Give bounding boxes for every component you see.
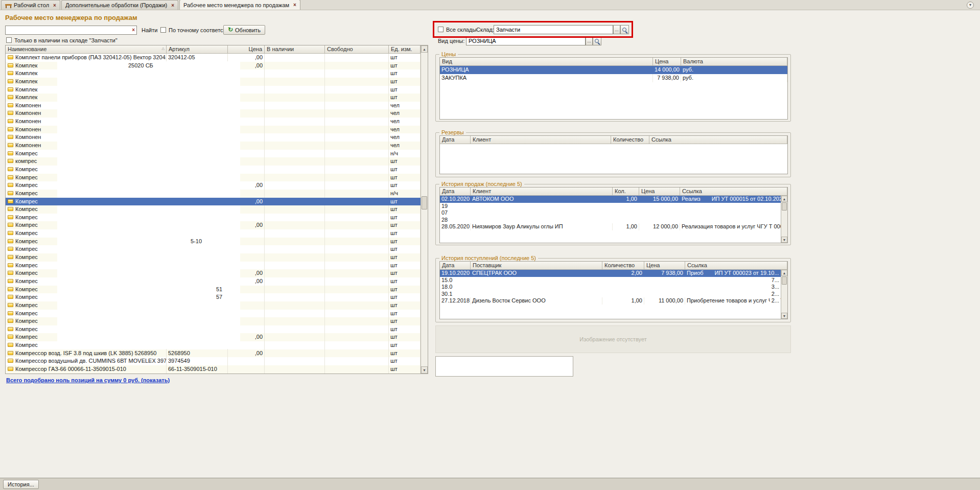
cell-free[interactable]: [325, 357, 389, 365]
cell-in-stock[interactable]: [265, 126, 325, 134]
column-header-date[interactable]: Дата: [440, 136, 471, 144]
cell-free[interactable]: [325, 286, 389, 294]
cell-unit[interactable]: шт: [389, 69, 421, 78]
cell-in-stock[interactable]: [265, 157, 325, 166]
cell-free[interactable]: [325, 142, 389, 150]
cell-unit[interactable]: шт: [389, 349, 421, 358]
column-header-client[interactable]: Клиент: [471, 188, 613, 196]
cell-in-stock[interactable]: [265, 198, 325, 206]
table-row[interactable]: ЗАКУПКА7 938,00руб.: [440, 74, 787, 82]
table-row[interactable]: Компрес,00шт: [6, 198, 421, 206]
cell-link[interactable]: [680, 209, 787, 217]
cell-free[interactable]: [325, 150, 389, 158]
cell-date[interactable]: 19: [440, 203, 471, 210]
refresh-button[interactable]: ↻ Обновить: [223, 25, 265, 35]
cell-in-stock[interactable]: [265, 341, 325, 349]
close-icon[interactable]: ×: [53, 3, 56, 8]
cell-free[interactable]: [325, 245, 389, 253]
column-header-supplier[interactable]: Поставщик: [471, 262, 602, 270]
cell-in-stock[interactable]: [265, 238, 325, 246]
cell-price[interactable]: [639, 203, 680, 210]
cell-name[interactable]: Комплект панели приборов (ПАЗ 320412-05)…: [6, 54, 167, 62]
cell-in-stock[interactable]: [265, 277, 325, 286]
cell-free[interactable]: [325, 190, 389, 198]
column-header-price[interactable]: Цена: [653, 58, 681, 66]
cell-link[interactable]: Реализация товаров и услуг ЧГУ Т 000002 …: [680, 223, 787, 230]
cell-in-stock[interactable]: [265, 94, 325, 102]
cell-unit[interactable]: шт: [389, 78, 421, 86]
column-header-date[interactable]: Дата: [440, 188, 471, 196]
cell-date[interactable]: 28: [440, 217, 471, 224]
cell-in-stock[interactable]: [265, 262, 325, 270]
cell-in-stock[interactable]: [265, 365, 325, 374]
cell-article[interactable]: 5268950: [167, 349, 228, 358]
cell-free[interactable]: [325, 325, 389, 334]
table-row[interactable]: 30.12...: [440, 291, 787, 298]
close-icon[interactable]: ×: [171, 3, 174, 8]
column-header-name[interactable]: Наименование△: [6, 45, 167, 54]
cell-in-stock[interactable]: [265, 333, 325, 341]
cell-free[interactable]: [325, 301, 389, 310]
cell-date[interactable]: 07: [440, 209, 471, 217]
cell-in-stock[interactable]: [265, 78, 325, 86]
cell-price[interactable]: 7 938,00: [653, 74, 681, 82]
table-row[interactable]: РОЗНИЦА14 000,00руб.: [440, 66, 787, 74]
cell-qty[interactable]: 1,00: [613, 223, 639, 230]
cell-in-stock[interactable]: [265, 349, 325, 358]
cell-price[interactable]: [639, 217, 680, 224]
cell-unit[interactable]: шт: [389, 62, 421, 70]
column-header-link[interactable]: Ссылка: [649, 136, 787, 144]
scroll-down-icon[interactable]: ▼: [781, 313, 787, 319]
cell-unit[interactable]: шт: [389, 286, 421, 294]
cell-link[interactable]: РеализИП УТ 000015 от 02.10.2020 15...: [680, 196, 787, 203]
cell-in-stock[interactable]: [265, 205, 325, 214]
cell-price[interactable]: ,00: [228, 54, 265, 62]
cell-unit[interactable]: шт: [389, 262, 421, 270]
cell-unit[interactable]: шт: [389, 365, 421, 374]
cell-client[interactable]: [471, 291, 602, 298]
cell-unit[interactable]: н/ч: [389, 150, 421, 158]
scroll-up-icon[interactable]: ▲: [781, 196, 787, 202]
scroll-down-icon[interactable]: ▼: [421, 366, 428, 374]
cell-client[interactable]: [471, 277, 602, 284]
cell-qty[interactable]: [613, 217, 639, 224]
cell-in-stock[interactable]: [265, 286, 325, 294]
all-warehouses-checkbox[interactable]: [438, 27, 444, 32]
cell-price[interactable]: [639, 209, 680, 217]
purchases-scrollbar[interactable]: ▲ ▼: [781, 270, 787, 319]
cell-in-stock[interactable]: [265, 150, 325, 158]
tab-sales-manager-workplace[interactable]: Рабочее место менеджера по продажам ×: [179, 0, 300, 10]
cell-free[interactable]: [325, 166, 389, 174]
cell-unit[interactable]: шт: [389, 214, 421, 222]
column-header-price[interactable]: Цена: [639, 188, 680, 196]
cell-free[interactable]: [325, 277, 389, 286]
cell-free[interactable]: [325, 229, 389, 238]
cell-price[interactable]: ,00: [228, 198, 265, 206]
cell-unit[interactable]: чел: [389, 102, 421, 110]
cell-free[interactable]: [325, 174, 389, 182]
cell-qty[interactable]: [613, 203, 639, 210]
cell-in-stock[interactable]: [265, 174, 325, 182]
table-row[interactable]: Компрессор возд. ISF 3.8 под шкив (LK 38…: [6, 349, 421, 358]
cell-in-stock[interactable]: [265, 54, 325, 62]
stock-only-checkbox[interactable]: [6, 37, 12, 43]
table-row[interactable]: 28.05.2020Ниязмиров Заур Аликулы оглы ИП…: [440, 223, 787, 230]
cell-free[interactable]: [325, 317, 389, 325]
cell-article[interactable]: 320412-05: [167, 54, 228, 62]
cell-qty[interactable]: [602, 284, 644, 291]
clear-icon[interactable]: ×: [132, 27, 135, 33]
cell-client[interactable]: [471, 203, 613, 210]
cell-date[interactable]: 30.1: [440, 291, 471, 298]
scroll-up-icon[interactable]: ▲: [781, 270, 787, 276]
cell-in-stock[interactable]: [265, 325, 325, 334]
cell-in-stock[interactable]: [265, 190, 325, 198]
sales-scrollbar[interactable]: ▲ ▼: [781, 196, 787, 243]
table-row[interactable]: 19: [440, 203, 787, 210]
cell-in-stock[interactable]: [265, 118, 325, 126]
cell-unit[interactable]: шт: [389, 357, 421, 365]
cell-free[interactable]: [325, 349, 389, 358]
cell-name[interactable]: Компрессор возд. ISF 3.8 под шкив (LK 38…: [6, 349, 167, 358]
cell-client[interactable]: Дизель Восток Сервис ООО: [471, 297, 602, 305]
cell-free[interactable]: [325, 333, 389, 341]
cell-unit[interactable]: шт: [389, 341, 421, 349]
